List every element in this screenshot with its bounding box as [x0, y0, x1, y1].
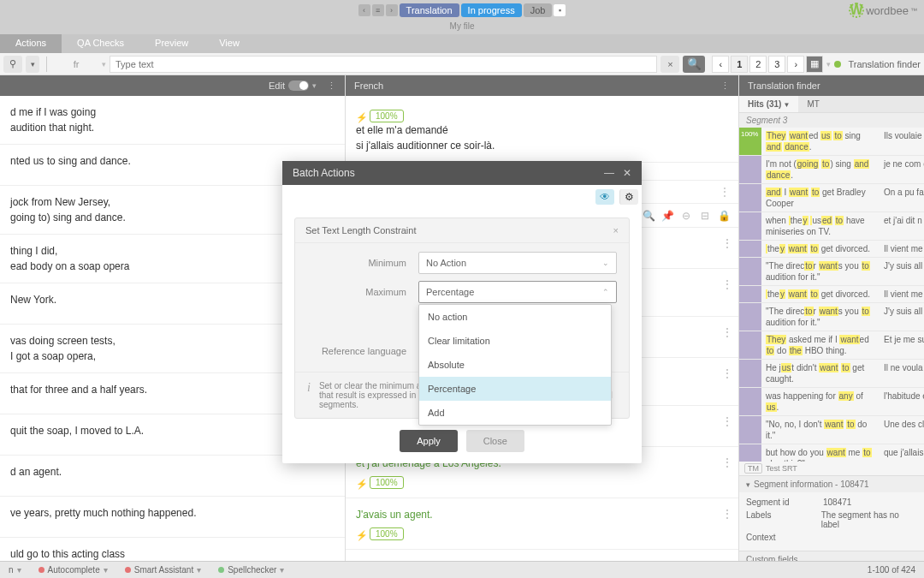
refresh-icon[interactable]: ▾: [26, 56, 39, 73]
hit-row[interactable]: they want to get divorced.Il vient me: [739, 286, 924, 303]
autocomplete-label[interactable]: Autocomplete: [48, 565, 100, 575]
hit-row[interactable]: when they used to have miniseries on TV.…: [739, 212, 924, 241]
option-add[interactable]: Add: [419, 401, 611, 425]
nav-next-icon[interactable]: ›: [386, 4, 398, 16]
search-input[interactable]: [110, 56, 657, 73]
target-segment[interactable]: J'avais un agent. ⚡100% ⋮: [346, 498, 738, 550]
status-dot: [834, 61, 841, 68]
hits-list: 100%They wanted us to sing and dance.Ils…: [739, 128, 924, 462]
menu-preview[interactable]: Preview: [139, 34, 204, 53]
page-settings-icon[interactable]: ▦: [806, 56, 823, 73]
maximum-select[interactable]: Percentage⌃: [418, 281, 617, 303]
page-2[interactable]: 2: [749, 56, 767, 73]
custom-fields-header[interactable]: Custom fields: [739, 551, 924, 561]
circle-icon[interactable]: ⊖: [680, 210, 692, 222]
panel-close-icon[interactable]: ×: [613, 225, 619, 235]
page-prev[interactable]: ‹: [712, 56, 729, 73]
tab-mt[interactable]: MT: [798, 96, 827, 112]
hit-row[interactable]: "The director wants you to audition for …: [739, 258, 924, 286]
apply-button[interactable]: Apply: [400, 430, 458, 452]
tag-in-progress[interactable]: In progress: [461, 3, 522, 17]
segment-indicator: Segment 3: [739, 113, 924, 128]
menu-qa[interactable]: QA Checks: [62, 34, 139, 53]
file-name[interactable]: My file: [0, 21, 924, 34]
target-more-icon[interactable]: ⋮: [720, 80, 730, 92]
brand-logo: Wwordbee™: [849, 3, 917, 18]
filter-icon[interactable]: ⚲: [3, 56, 22, 73]
modal-toolbar: 👁 ⚙: [282, 185, 642, 209]
hit-row[interactable]: 100%They wanted us to sing and dance.Ils…: [739, 128, 924, 156]
hit-row[interactable]: I'm not (going to) sing and dance.je ne …: [739, 156, 924, 184]
close-button[interactable]: Close: [466, 430, 524, 452]
segment-info-header[interactable]: ▾Segment information - 108471: [739, 475, 924, 492]
finder-tabs: Hits (31)▼ MT: [739, 96, 924, 113]
tab-hits[interactable]: Hits (31)▼: [739, 96, 798, 112]
segment-info: Segment id108471 LabelsThe segment has n…: [739, 492, 924, 551]
row-more-icon[interactable]: ⋮: [720, 186, 730, 198]
maximum-label: Maximum: [307, 287, 418, 297]
pin-icon[interactable]: 📌: [661, 210, 673, 222]
menu-actions[interactable]: Actions: [0, 34, 62, 53]
hit-row[interactable]: but how do you want me to play this?"que…: [739, 444, 924, 462]
minimize-icon[interactable]: —: [604, 167, 614, 179]
nav-prev-icon[interactable]: ‹: [358, 4, 370, 16]
source-segment[interactable]: uld go to this acting classanie Griffith…: [0, 538, 345, 561]
modal-header: Batch Actions — ✕: [282, 161, 642, 185]
source-segment[interactable]: ve years, pretty much nothing happened.: [0, 497, 345, 538]
pagination: ‹ 1 2 3 › ▦ ▾: [712, 56, 831, 73]
hit-row[interactable]: was happening for any of us.l'habitude e…: [739, 388, 924, 416]
page-next[interactable]: ›: [787, 56, 804, 73]
option-percentage[interactable]: Percentage: [419, 377, 611, 401]
search-button[interactable]: 🔍: [683, 56, 705, 73]
edit-toggle[interactable]: [288, 80, 309, 91]
menu-bar: Actions QA Checks Preview View: [0, 34, 924, 53]
hit-row[interactable]: and I want to get Bradley CooperOn a pu …: [739, 184, 924, 212]
minimum-select[interactable]: No Action⌄: [418, 252, 617, 274]
option-clear[interactable]: Clear limitation: [419, 329, 611, 353]
minus-icon[interactable]: ⊟: [699, 210, 711, 222]
tag-translation[interactable]: Translation: [400, 3, 459, 17]
finder-panel: Translation finder Hits (31)▼ MT Segment…: [738, 75, 924, 561]
bolt-icon: ⚡: [356, 479, 364, 487]
hit-row[interactable]: "No, no, I don't want to do it."Une des …: [739, 416, 924, 444]
lock-icon[interactable]: 🔒: [718, 210, 730, 222]
top-bar: ‹ ≡ › Translation In progress Job ▪ Wwor…: [0, 0, 924, 21]
option-no-action[interactable]: No action: [419, 305, 611, 329]
constraint-panel: Set Text Length Constraint × Minimum No …: [294, 217, 630, 419]
panel-header: Set Text Length Constraint ×: [295, 218, 629, 243]
option-absolute[interactable]: Absolute: [419, 353, 611, 377]
row-more-icon[interactable]: ⋮: [721, 236, 733, 250]
reference-language-label: Reference language: [307, 346, 418, 356]
hit-row[interactable]: "The director wants you to audition for …: [739, 303, 924, 331]
source-more-icon[interactable]: ⋮: [327, 80, 336, 92]
settings-gear-icon[interactable]: ⚙: [619, 189, 638, 205]
lang-display[interactable]: fr: [54, 59, 98, 69]
finder-header: Translation finder: [739, 75, 924, 96]
info-icon: i: [307, 381, 311, 409]
video-icon[interactable]: ▪: [554, 4, 566, 16]
batch-actions-modal: Batch Actions — ✕ 👁 ⚙ Set Text Length Co…: [282, 161, 642, 463]
clear-icon[interactable]: ×: [660, 56, 679, 73]
edit-label: Edit: [269, 80, 285, 91]
hit-row[interactable]: They asked me if I wanted to do the HBO …: [739, 331, 924, 360]
search-small-icon[interactable]: 🔍: [643, 210, 654, 222]
smart-assistant-label[interactable]: Smart Assistant: [134, 565, 193, 575]
menu-view[interactable]: View: [204, 34, 255, 53]
target-segment[interactable]: J'allais à ce cours de théâtre avec mes …: [346, 550, 738, 561]
target-segment[interactable]: ⚡100% et elle m'a demandé si j'allais au…: [346, 96, 738, 163]
hit-row[interactable]: they want to get divorced.Il vient me: [739, 241, 924, 258]
page-3[interactable]: 3: [768, 56, 785, 73]
tm-badge: TM: [744, 463, 762, 474]
source-segment[interactable]: d me if I was goingaudition that night.: [0, 96, 345, 145]
spellchecker-label[interactable]: Spellchecker: [228, 565, 276, 575]
row-count: 1-100 of 424: [868, 565, 915, 575]
hit-row[interactable]: He just didn't want to get caught.Il ne …: [739, 360, 924, 388]
preview-eye-icon[interactable]: 👁: [595, 189, 614, 205]
page-1[interactable]: 1: [731, 56, 748, 73]
maximum-dropdown: No action Clear limitation Absolute Perc…: [418, 304, 612, 426]
close-icon[interactable]: ✕: [623, 167, 631, 179]
search-bar: ⚲ ▾ fr ▾ × 🔍 ‹ 1 2 3 › ▦ ▾ Translation f…: [0, 53, 924, 75]
nav-list-icon[interactable]: ≡: [372, 4, 384, 16]
target-header: French ⋮: [346, 75, 738, 96]
tag-job[interactable]: Job: [524, 3, 553, 17]
